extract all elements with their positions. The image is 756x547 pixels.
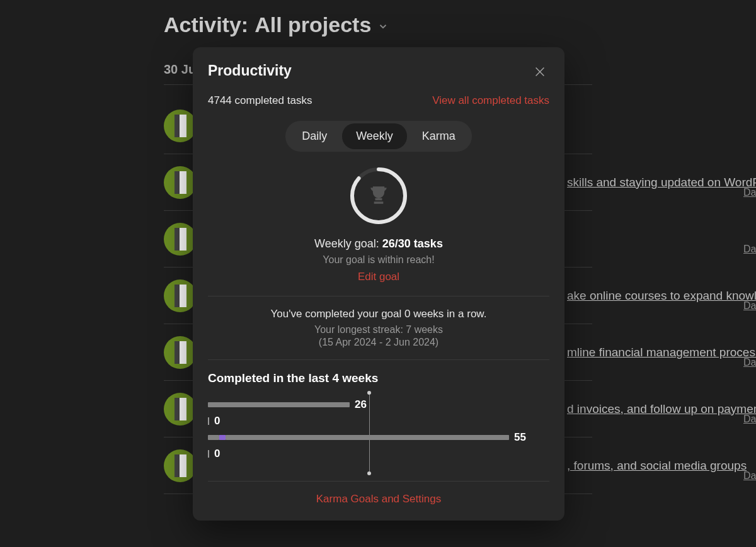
avatar	[164, 166, 197, 199]
bar-row: 0	[208, 446, 549, 462]
trophy-icon	[365, 182, 392, 210]
view-all-link[interactable]: View all completed tasks	[432, 94, 549, 107]
progress-trophy	[208, 166, 549, 226]
bar-value: 0	[214, 448, 220, 460]
bar-fill	[208, 435, 219, 440]
activity-sub[interactable]: Da	[743, 357, 756, 368]
bar-row: 26	[208, 397, 549, 413]
streak-main: You've completed your goal 0 weeks in a …	[208, 308, 549, 320]
view-tabs: Daily Weekly Karma	[208, 121, 549, 152]
activity-sub[interactable]: Da	[743, 244, 756, 255]
close-button[interactable]	[530, 62, 549, 83]
divider	[208, 296, 549, 296]
avatar	[164, 223, 197, 256]
page-title[interactable]: Activity: All projects	[164, 13, 592, 37]
bar-value: 0	[214, 415, 220, 427]
goal-subtitle: Your goal is within reach!	[208, 254, 549, 266]
activity-sub[interactable]: Da	[743, 470, 756, 482]
modal-title: Productivity	[208, 62, 292, 79]
goal-label: Weekly goal:	[314, 237, 382, 250]
weekly-bars-chart: 26 0 55 0	[208, 397, 549, 470]
activity-link[interactable]: mline financial management process	[567, 346, 756, 359]
goal-text: Weekly goal: 26/30 tasks	[208, 237, 549, 251]
goal-value: 26/30 tasks	[382, 237, 443, 250]
productivity-modal: Productivity 4744 completed tasks View a…	[193, 47, 564, 521]
bar-value: 55	[514, 431, 526, 444]
bar-row: 0	[208, 413, 549, 429]
divider	[208, 481, 549, 482]
edit-goal-link[interactable]: Edit goal	[358, 271, 399, 283]
bars-title: Completed in the last 4 weeks	[208, 371, 549, 385]
activity-link[interactable]: d invoices, and follow up on paymen	[567, 402, 756, 416]
bar-tick	[208, 450, 209, 458]
bar-fill	[226, 435, 509, 440]
completed-count: 4744 completed tasks	[208, 94, 312, 107]
streak-block: You've completed your goal 0 weeks in a …	[208, 308, 549, 348]
bar-row: 55	[208, 429, 549, 446]
tab-weekly[interactable]: Weekly	[342, 123, 407, 149]
karma-settings-link[interactable]: Karma Goals and Settings	[316, 493, 441, 505]
activity-link[interactable]: skills and staying updated on WordP	[567, 176, 756, 189]
activity-link[interactable]: ake online courses to expand knowle	[567, 289, 756, 303]
streak-sub: Your longest streak: 7 weeks	[208, 324, 549, 336]
avatar	[164, 110, 197, 142]
bar-value: 26	[355, 398, 367, 411]
divider	[208, 359, 549, 360]
tab-karma[interactable]: Karma	[408, 123, 469, 149]
streak-range: (15 Apr 2024 - 2 Jun 2024)	[208, 337, 549, 348]
avatar	[164, 449, 197, 482]
chevron-down-icon	[377, 13, 389, 37]
avatar	[164, 336, 197, 369]
activity-sub[interactable]: Da	[743, 414, 756, 425]
close-icon	[533, 65, 547, 79]
title-filter: All projects	[255, 13, 371, 37]
activity-sub[interactable]: Da	[743, 300, 756, 312]
bar-seg-purple	[219, 435, 226, 440]
title-prefix: Activity:	[164, 13, 248, 37]
activity-link[interactable]: , forums, and social media groups	[567, 459, 747, 473]
bar-tick	[208, 417, 209, 425]
tab-daily[interactable]: Daily	[288, 123, 341, 149]
bar-fill	[208, 402, 350, 407]
activity-sub[interactable]: Da	[743, 187, 756, 198]
avatar	[164, 393, 197, 426]
avatar	[164, 279, 197, 312]
